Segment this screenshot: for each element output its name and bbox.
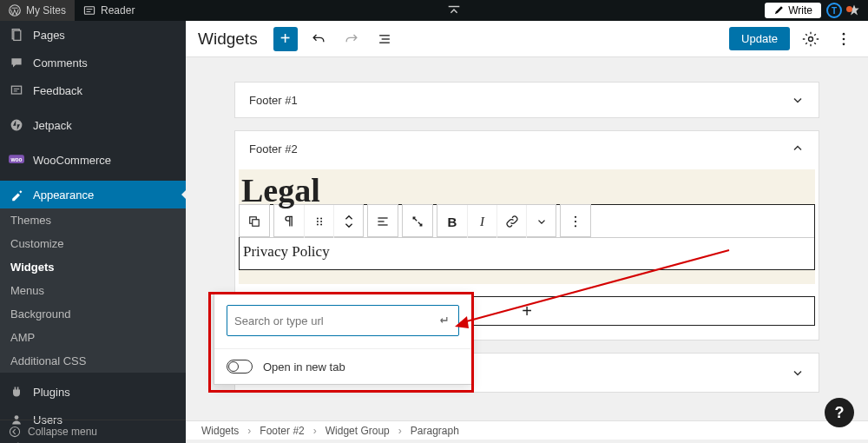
- reader-link[interactable]: Reader: [75, 0, 143, 21]
- footer1-panel: Footer #1: [234, 82, 819, 118]
- list-view-button[interactable]: [372, 27, 397, 51]
- svg-point-30: [316, 218, 318, 220]
- footer2-title: Footer #2: [249, 142, 298, 155]
- page-title: Widgets: [198, 30, 258, 49]
- settings-gear-button[interactable]: [799, 27, 823, 51]
- link-url-input[interactable]: [234, 314, 434, 327]
- block-more-button[interactable]: [561, 205, 590, 238]
- reader-label: Reader: [101, 4, 135, 17]
- open-new-tab-label: Open in new tab: [263, 360, 345, 374]
- sidebar-item-label: Feedback: [33, 84, 82, 97]
- redo-button[interactable]: [339, 27, 364, 51]
- sidebar-item-label: Appearance: [33, 188, 94, 202]
- notifications-icon[interactable]: [847, 3, 861, 17]
- chevron-right-icon: ›: [398, 425, 402, 437]
- sidebar-item-label: Plugins: [33, 386, 70, 399]
- align-button[interactable]: [368, 205, 398, 238]
- breadcrumb-item[interactable]: Widgets: [201, 425, 239, 437]
- link-button[interactable]: [496, 205, 526, 238]
- sidebar-item-feedback[interactable]: Feedback: [0, 76, 186, 104]
- bold-button[interactable]: B: [437, 205, 467, 238]
- sidebar-item-label: WooCommerce: [33, 154, 111, 167]
- link-input-wrap[interactable]: [227, 305, 459, 336]
- collapse-icon: [9, 426, 21, 438]
- svg-point-27: [843, 43, 845, 45]
- chevron-up-icon: [791, 142, 805, 155]
- collapse-up-icon[interactable]: [446, 4, 462, 17]
- add-block-button[interactable]: +: [273, 27, 298, 51]
- svg-rect-29: [253, 220, 260, 227]
- my-sites-link[interactable]: My Sites: [0, 0, 75, 21]
- admin-sidebar: Pages Comments Feedback Jetpack woo WooC…: [0, 21, 186, 443]
- sidebar-item-woocommerce[interactable]: woo WooCommerce: [0, 146, 186, 174]
- footer2-header[interactable]: Footer #2: [235, 131, 819, 166]
- svg-point-40: [575, 221, 576, 222]
- sidebar-item-label: Pages: [33, 29, 65, 42]
- block-toolbar: B I: [240, 205, 814, 238]
- sidebar-item-label: Jetpack: [33, 119, 72, 132]
- undo-button[interactable]: [306, 27, 331, 51]
- svg-point-33: [320, 221, 322, 222]
- admin-top-bar: My Sites Reader Write T: [0, 0, 868, 21]
- svg-rect-1: [84, 7, 94, 14]
- sidebar-item-pages[interactable]: Pages: [0, 21, 186, 49]
- submenu-themes[interactable]: Themes: [0, 208, 186, 232]
- update-button[interactable]: Update: [729, 27, 790, 50]
- submenu-additional-css[interactable]: Additional CSS: [0, 349, 186, 373]
- write-button[interactable]: Write: [765, 3, 821, 18]
- avatar[interactable]: T: [826, 3, 842, 18]
- write-label: Write: [788, 4, 812, 17]
- woocommerce-icon: woo: [9, 152, 24, 168]
- submenu-customize[interactable]: Customize: [0, 232, 186, 255]
- svg-point-41: [575, 225, 576, 227]
- sidebar-item-comments[interactable]: Comments: [0, 49, 186, 76]
- submenu-amp[interactable]: AMP: [0, 326, 186, 349]
- paragraph-text[interactable]: Privacy Policy: [240, 238, 814, 269]
- submit-link-icon[interactable]: [434, 312, 451, 329]
- help-button[interactable]: ?: [825, 398, 854, 427]
- chevron-right-icon: ›: [313, 425, 317, 437]
- sidebar-item-label: Comments: [33, 56, 88, 69]
- block-type-button[interactable]: [240, 205, 269, 238]
- svg-point-32: [316, 221, 318, 222]
- breadcrumb-item[interactable]: Footer #2: [260, 425, 304, 437]
- pages-icon: [9, 27, 24, 43]
- paragraph-block[interactable]: Legal: [239, 204, 815, 270]
- sidebar-item-appearance[interactable]: Appearance: [0, 181, 186, 208]
- transform-button[interactable]: [403, 205, 432, 238]
- footer1-header[interactable]: Footer #1: [235, 83, 819, 117]
- svg-point-39: [575, 216, 576, 218]
- more-rich-text-button[interactable]: [526, 205, 556, 238]
- svg-point-24: [809, 36, 813, 41]
- submenu-menus[interactable]: Menus: [0, 279, 186, 302]
- svg-point-25: [843, 32, 845, 35]
- pencil-icon: [773, 5, 784, 16]
- collapse-label: Collapse menu: [28, 426, 97, 438]
- footer1-title: Footer #1: [249, 94, 298, 107]
- svg-point-26: [843, 37, 845, 40]
- svg-rect-6: [14, 30, 21, 40]
- more-options-button[interactable]: [832, 27, 856, 51]
- widget-group-area: Legal: [239, 169, 815, 284]
- chevron-right-icon: ›: [247, 425, 251, 437]
- chevron-down-icon: [791, 93, 805, 107]
- svg-text:woo: woo: [10, 156, 22, 162]
- drag-handle[interactable]: [304, 205, 333, 238]
- breadcrumb-item[interactable]: Widget Group: [326, 425, 390, 437]
- submenu-background[interactable]: Background: [0, 302, 186, 326]
- feedback-icon: [9, 83, 24, 98]
- italic-button[interactable]: I: [467, 205, 496, 238]
- paragraph-icon-button[interactable]: [274, 205, 304, 238]
- svg-point-31: [320, 218, 322, 220]
- comments-icon: [9, 55, 24, 70]
- submenu-widgets[interactable]: Widgets: [0, 255, 186, 279]
- svg-rect-7: [11, 86, 21, 94]
- jetpack-icon: [9, 117, 24, 133]
- move-updown-button[interactable]: [333, 205, 363, 238]
- sidebar-item-jetpack[interactable]: Jetpack: [0, 111, 186, 139]
- open-new-tab-toggle[interactable]: [227, 360, 253, 374]
- link-popover: Open in new tab: [214, 292, 472, 385]
- sidebar-item-plugins[interactable]: Plugins: [0, 378, 186, 406]
- breadcrumb-item[interactable]: Paragraph: [411, 425, 459, 437]
- collapse-menu[interactable]: Collapse menu: [0, 420, 186, 443]
